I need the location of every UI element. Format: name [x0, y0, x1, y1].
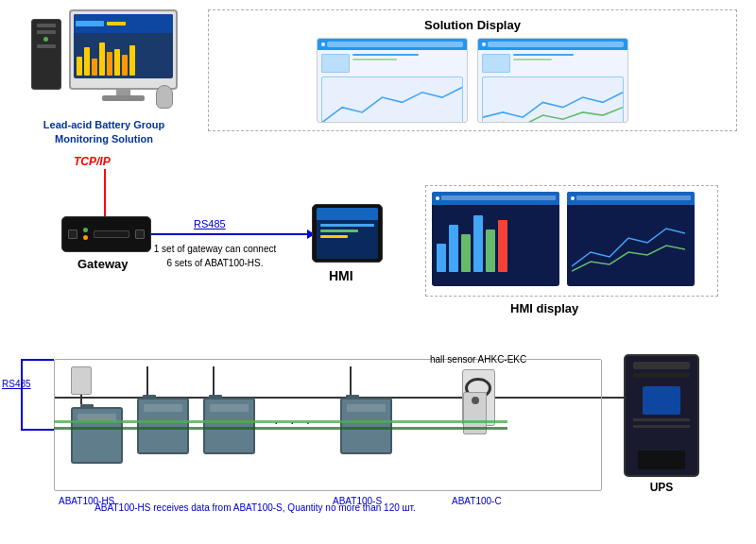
ups-body — [624, 354, 699, 477]
gw-port-1 — [68, 230, 77, 239]
hmi-screen-content — [317, 220, 378, 242]
hmi-ds-body-2 — [567, 205, 695, 285]
product-label: Lead-acid Battery Group Monitoring Solut… — [19, 118, 189, 147]
rs485-horiz-top — [21, 359, 54, 361]
battN-detail — [347, 404, 386, 412]
battery-unit-2 — [137, 366, 189, 454]
hmi-screen — [317, 208, 378, 259]
rs485-vert-line — [21, 359, 23, 430]
bar1 — [77, 57, 82, 76]
pc-illustration — [31, 9, 178, 109]
hmi-ds-body-1 — [432, 205, 559, 280]
hmi-ds-header-2 — [567, 192, 695, 205]
sol-dot — [321, 42, 325, 46]
green-wire-top — [54, 420, 507, 423]
hmi-display-screens — [426, 186, 717, 292]
hmi-label: HMI — [329, 268, 353, 283]
chart-bar2 — [449, 225, 458, 272]
gw-led-green — [83, 228, 88, 232]
bar6 — [114, 49, 120, 76]
abat100-hs-unit — [71, 366, 123, 464]
chart-bar5 — [486, 230, 495, 272]
battery-chart — [437, 210, 555, 276]
tower-disk3 — [37, 44, 56, 48]
dots-separator: . . . — [274, 411, 314, 428]
batt2-body — [137, 398, 189, 454]
bottom-center-text: ABAT100-HS receives data from ABAT100-S,… — [76, 501, 435, 515]
bar3 — [92, 59, 97, 76]
sensor-wire-1 — [80, 395, 82, 404]
chart-bar4 — [473, 215, 483, 272]
middle-section: TCP/IP Gateway RS485 1 set of gateway ca… — [19, 155, 737, 330]
monitor-base — [102, 95, 145, 101]
rs485-horiz-bottom — [21, 429, 54, 431]
top-section: Lead-acid Battery Group Monitoring Solut… — [0, 0, 756, 147]
batt2-detail — [144, 404, 182, 412]
dot1 — [436, 196, 439, 200]
hmi-display-label: HMI display — [510, 301, 578, 315]
sol-body-2 — [478, 50, 627, 123]
hmi-line3 — [320, 235, 348, 238]
dot3 — [571, 196, 575, 200]
solution-screen-1 — [317, 38, 468, 123]
batt3-body — [203, 398, 255, 454]
ups-outlet — [638, 450, 685, 469]
battN-wire — [350, 366, 352, 395]
ups-display — [643, 386, 680, 415]
gw-bar — [94, 230, 129, 238]
solution-display-area: Solution Display — [208, 9, 737, 131]
dot4 — [576, 196, 691, 200]
ups-detail-1 — [633, 362, 690, 369]
sol-graph-2 — [482, 76, 624, 123]
battN-body — [340, 398, 392, 454]
hmi-line1 — [320, 224, 374, 227]
chart-bar3 — [461, 234, 471, 272]
dot2 — [441, 196, 556, 200]
tcpip-line — [104, 169, 106, 216]
abat100-hs-sensor — [71, 366, 92, 395]
ups-detail-2 — [633, 373, 690, 378]
gw-leds — [83, 228, 88, 240]
hall-sensor-label: hall sensor AHKC-EKC — [430, 354, 526, 365]
mouse-icon — [156, 85, 173, 109]
solution-display-title: Solution Display — [216, 18, 729, 32]
ups-detail-3 — [633, 418, 690, 421]
batt2-wire — [146, 366, 148, 395]
tower-disk — [37, 30, 56, 34]
monitor-inner — [74, 14, 173, 78]
tower-disk — [37, 24, 56, 27]
battery-unit-n — [340, 366, 392, 454]
battery-unit-3 — [203, 366, 255, 454]
rs485-bottom-label: RS485 — [2, 378, 31, 391]
solution-screens — [216, 38, 729, 123]
chart-bar1 — [437, 244, 446, 272]
ups-area: UPS — [624, 354, 699, 494]
sol-header-2 — [478, 39, 627, 50]
sol-header-1 — [318, 39, 467, 50]
monitor-screen-main — [74, 33, 173, 78]
gateway-device — [61, 216, 151, 252]
bar8 — [129, 45, 135, 76]
bar5 — [107, 52, 112, 76]
sol-graph-1 — [321, 76, 463, 123]
bus-to-ups-line — [602, 397, 626, 399]
solution-screen-2 — [477, 38, 628, 123]
left-product: Lead-acid Battery Group Monitoring Solut… — [19, 9, 189, 147]
batt-body-1 — [71, 407, 123, 464]
hmi-display-box — [425, 185, 718, 297]
ups-label: UPS — [624, 481, 699, 494]
sol-dot-2 — [482, 42, 486, 46]
bar7 — [122, 55, 128, 76]
hmi-screen-header — [317, 208, 378, 220]
gateway-label: Gateway — [77, 257, 128, 271]
hmi-device — [312, 204, 383, 263]
monitor-screen-top — [74, 14, 173, 33]
bar4 — [99, 42, 105, 76]
batt3-detail — [210, 404, 249, 412]
hmi-display-screen-1 — [432, 192, 559, 286]
battery-body-1 — [71, 404, 123, 464]
gw-led-orange — [83, 235, 88, 240]
tcpip-label: TCP/IP — [74, 155, 111, 168]
rs485-label: RS485 — [194, 218, 226, 230]
sol-body-1 — [318, 50, 467, 123]
